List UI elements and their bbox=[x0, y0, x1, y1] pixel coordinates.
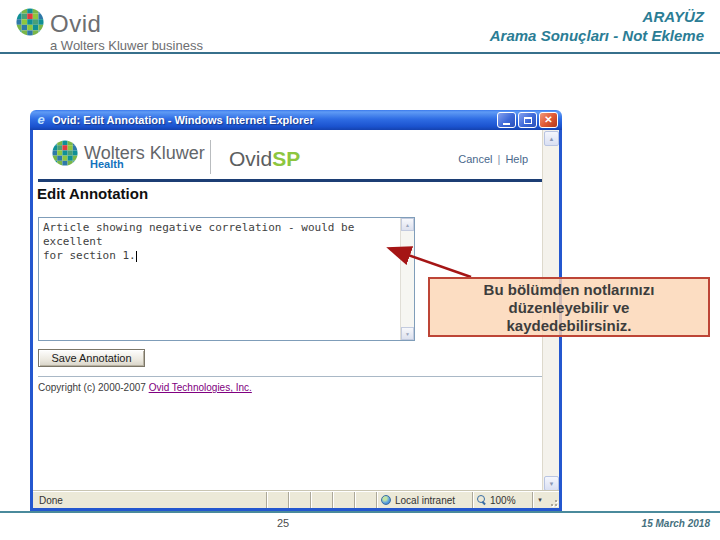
maximize-button[interactable] bbox=[518, 112, 537, 128]
slide-date: 15 March 2018 bbox=[642, 518, 710, 529]
ovid-logo: Ovid bbox=[16, 8, 101, 38]
header-divider bbox=[0, 52, 720, 54]
grip-dot bbox=[555, 504, 557, 506]
footer-rule bbox=[38, 376, 542, 377]
statusbar-cell bbox=[310, 492, 332, 508]
help-link[interactable]: Help bbox=[505, 153, 528, 165]
grip-dot bbox=[555, 500, 557, 502]
page-heading: Edit Annotation bbox=[37, 185, 148, 202]
page-links: Cancel|Help bbox=[458, 153, 528, 165]
brand-name: Ovid bbox=[50, 10, 101, 38]
close-button[interactable]: ✕ bbox=[539, 112, 558, 128]
statusbar-cell bbox=[266, 492, 288, 508]
magnifier-icon bbox=[477, 495, 487, 505]
text-caret bbox=[136, 251, 137, 262]
zoom-level: 100% bbox=[490, 495, 516, 506]
internet-explorer-icon: e bbox=[34, 113, 48, 127]
page-number: 25 bbox=[277, 517, 289, 529]
cancel-link[interactable]: Cancel bbox=[458, 153, 492, 165]
ovidsp-ovid: Ovid bbox=[229, 147, 272, 170]
header-rule bbox=[38, 179, 542, 182]
minimize-button[interactable] bbox=[497, 112, 516, 128]
callout-box: Bu bölümden notlarınızı düzenleyebilir v… bbox=[428, 277, 710, 337]
window-title-regular: Ovid: Edit Annotation - bbox=[52, 114, 174, 126]
globe-icon bbox=[381, 495, 391, 505]
statusbar-cell bbox=[354, 492, 376, 508]
presentation-slide: Ovid a Wolters Kluwer business ARAYÜZ Ar… bbox=[0, 0, 720, 540]
scroll-down-icon[interactable]: ▼ bbox=[401, 327, 414, 340]
wolters-kluwer-logo: Wolters Kluwer bbox=[52, 140, 205, 166]
link-separator: | bbox=[498, 153, 501, 165]
status-text: Done bbox=[33, 492, 266, 508]
wolters-kluwer-mosaic-icon bbox=[52, 140, 78, 166]
textarea-scrollbar[interactable]: ▲ ▼ bbox=[400, 218, 414, 340]
grip-dot bbox=[551, 504, 553, 506]
zone-label: Local intranet bbox=[395, 495, 455, 506]
zoom-dropdown-button[interactable]: ▾ bbox=[532, 492, 547, 508]
statusbar-cell bbox=[288, 492, 310, 508]
copyright-text: Copyright (c) 2000-2007 bbox=[38, 382, 149, 393]
scroll-up-icon[interactable]: ▲ bbox=[401, 218, 414, 231]
maximize-icon bbox=[524, 117, 532, 124]
slide-title: ARAYÜZ Arama Sonuçları - Not Ekleme bbox=[490, 7, 704, 45]
save-annotation-button[interactable]: Save Annotation bbox=[38, 349, 145, 367]
copyright: Copyright (c) 2000-2007 Ovid Technologie… bbox=[38, 382, 252, 393]
slide-title-line1: ARAYÜZ bbox=[490, 7, 704, 26]
footer-divider bbox=[0, 511, 720, 513]
annotation-textarea[interactable]: Article showing negative correlation - w… bbox=[38, 217, 415, 341]
annotation-text-value: Article showing negative correlation - w… bbox=[43, 221, 361, 262]
brand-tagline: a Wolters Kluwer business bbox=[50, 38, 203, 53]
scroll-up-icon[interactable]: ▲ bbox=[544, 131, 559, 146]
ovidsp-sp: SP bbox=[272, 147, 300, 170]
window-title: Ovid: Edit Annotation - Windows Internet… bbox=[52, 114, 495, 126]
ovid-mosaic-icon bbox=[16, 8, 44, 36]
statusbar-cell bbox=[332, 492, 354, 508]
status-bar: Done Local intranet 100% ▾ bbox=[33, 491, 559, 508]
close-icon: ✕ bbox=[544, 115, 552, 125]
window-title-bold: Windows Internet Explorer bbox=[174, 114, 313, 126]
copyright-link[interactable]: Ovid Technologies, Inc. bbox=[149, 382, 252, 393]
ovidsp-logo: OvidSP bbox=[229, 147, 300, 171]
slide-title-line2: Arama Sonuçları - Not Ekleme bbox=[490, 26, 704, 45]
security-zone: Local intranet bbox=[376, 492, 472, 508]
window-titlebar[interactable]: e Ovid: Edit Annotation - Windows Intern… bbox=[30, 110, 562, 130]
logo-divider bbox=[210, 140, 211, 174]
resize-grip[interactable] bbox=[547, 492, 559, 508]
wolters-kluwer-health: Health bbox=[90, 158, 124, 170]
minimize-icon bbox=[503, 123, 510, 125]
scroll-down-icon[interactable]: ▼ bbox=[544, 476, 559, 491]
zoom-control[interactable]: 100% bbox=[472, 492, 532, 508]
annotation-text: Article showing negative correlation - w… bbox=[39, 218, 414, 266]
